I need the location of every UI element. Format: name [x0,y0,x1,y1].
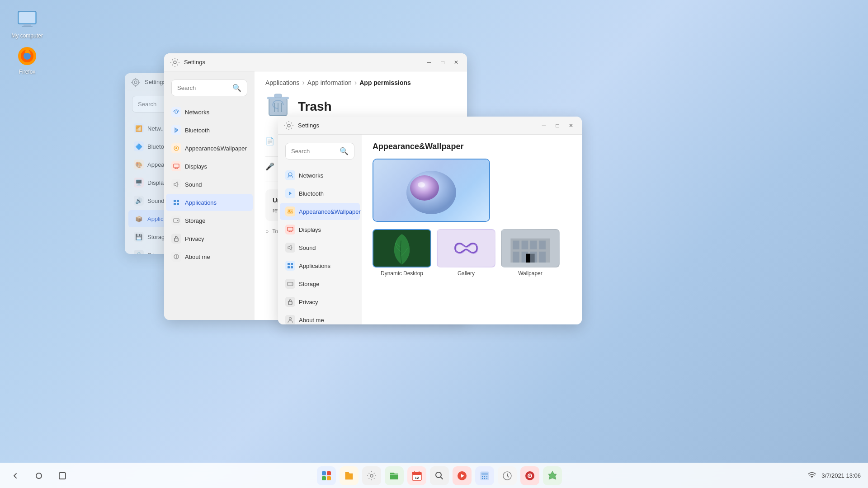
front-sidebar-privacy[interactable]: Privacy [280,293,360,310]
win-mid-minimize[interactable]: ─ [424,57,434,68]
svg-rect-2 [24,24,31,26]
win-mid-search-box[interactable]: 🔍 [171,80,247,96]
networks-icon: 📶 [134,123,144,133]
wallpaper-bg-thumb[interactable] [501,229,560,267]
win-mid-maximize[interactable]: □ [437,57,448,68]
documents-icon: 📄 [265,137,274,145]
dynamic-desktop-thumb[interactable] [373,229,431,267]
my-computer-label: My computer [11,33,42,39]
front-sidebar-appearance[interactable]: Appearance&Wallpaper [280,203,360,220]
front-sidebar-applications[interactable]: Applications [280,257,360,274]
taskbar-music[interactable] [520,466,539,485]
svg-rect-43 [522,241,528,249]
gallery-label: Gallery [458,270,475,277]
taskbar-calendar[interactable]: 12 [407,466,426,485]
desktop-icon-my-computer[interactable]: My computer [9,9,45,39]
taskbar-files[interactable] [340,466,359,485]
front-sidebar-bluetooth[interactable]: Bluetooth [280,185,360,202]
large-preview-inner [373,160,489,221]
sound-label: Sound [147,197,165,204]
front-sidebar-storage[interactable]: Storage [280,275,360,292]
svg-point-75 [529,475,530,476]
front-displays-icon [285,225,295,235]
nav-overview-button[interactable] [54,468,71,484]
win-mid-search-input[interactable] [177,84,230,91]
front-applications-icon [285,261,295,271]
front-about-me-label: About me [299,317,324,324]
taskbar-search[interactable] [430,466,449,485]
svg-point-36 [410,175,439,201]
wallpaper-large-preview[interactable] [373,159,490,222]
firefox-icon [16,45,38,67]
mid-storage-icon [171,216,181,225]
wallpaper-option-gallery[interactable]: Gallery [437,229,495,277]
mid-about-icon [171,252,181,262]
win-front-search-box[interactable]: 🔍 [285,143,354,160]
win-front-minimize[interactable]: ─ [538,120,549,131]
front-appearance-icon [285,206,295,216]
mid-sidebar-bluetooth[interactable]: Bluetooth [166,122,253,139]
svg-point-61 [436,472,441,478]
window-front-titlebar[interactable]: Settings ─ □ ✕ [278,117,582,135]
mid-sidebar-displays[interactable]: Displays [166,158,253,175]
taskbar-photos[interactable] [543,466,562,485]
front-bluetooth-icon [285,188,295,198]
nav-back-button[interactable] [7,468,24,484]
breadcrumb-app-info[interactable]: App information [307,79,352,86]
taskbar-apps-grid[interactable] [317,466,336,485]
front-sidebar-displays[interactable]: Displays [280,221,360,238]
sound-icon: 🔊 [134,196,144,206]
window-front-title: Settings [298,122,538,129]
nav-home-button[interactable] [31,468,47,484]
taskbar-file-manager[interactable] [385,466,404,485]
win-mid-close[interactable]: ✕ [451,57,462,68]
taskbar-clock[interactable] [498,466,517,485]
appearance-main: Appearance&Wallpaper [362,135,582,324]
svg-rect-14 [177,203,179,205]
front-storage-label: Storage [299,281,320,287]
mid-sidebar-networks[interactable]: Networks [166,103,253,121]
svg-point-23 [288,124,290,127]
desktop-icon-firefox[interactable]: Firefox [9,45,45,75]
storage-icon: 💾 [134,232,144,242]
svg-point-32 [292,284,292,285]
breadcrumb-applications[interactable]: Applications [265,79,300,86]
svg-point-67 [484,476,485,477]
mid-sidebar-privacy[interactable]: Privacy [166,230,253,247]
svg-rect-52 [59,473,66,479]
mid-sidebar-appearance[interactable]: Appearance&Wallpaper [166,140,253,157]
mid-privacy-icon [171,234,181,244]
gallery-thumb[interactable] [437,229,495,267]
mid-sidebar-sound[interactable]: Sound [166,176,253,193]
win-mid-search-icon: 🔍 [232,84,241,92]
window-mid-controls: ─ □ ✕ [424,57,462,68]
win-front-close[interactable]: ✕ [566,120,576,131]
taskbar-calculator[interactable] [475,466,494,485]
svg-point-68 [486,476,487,477]
window-mid-titlebar[interactable]: Settings ─ □ ✕ [164,53,467,71]
win-front-search-input[interactable] [291,148,337,155]
front-sidebar-about-me[interactable]: About me [280,311,360,324]
wallpaper-option-dynamic[interactable]: Dynamic Desktop [373,229,431,277]
mid-appearance-label: Appearance&Wallpaper [185,145,247,152]
breadcrumb-sep-1: › [302,79,305,87]
wallpaper-label: Wallpaper [518,270,542,277]
taskbar-settings[interactable] [362,466,381,485]
wallpaper-option-wallpaper[interactable]: Wallpaper [501,229,560,277]
taskbar-media[interactable] [453,466,472,485]
svg-rect-54 [327,471,331,475]
svg-point-76 [811,477,812,478]
computer-icon [16,9,38,31]
front-sidebar-sound[interactable]: Sound [280,239,360,256]
mid-sidebar-applications[interactable]: Applications [166,194,253,211]
front-sound-label: Sound [299,244,316,251]
mid-sidebar-about[interactable]: About me [166,248,253,265]
svg-rect-28 [291,263,293,265]
mid-sidebar-storage[interactable]: Storage [166,212,253,229]
bluetooth-icon: 🔷 [134,141,144,151]
mid-bluetooth-icon [171,125,181,135]
svg-rect-33 [288,301,292,305]
front-sidebar-networks[interactable]: Networks [280,167,360,184]
win-front-maximize[interactable]: □ [552,120,563,131]
front-privacy-icon [285,297,295,307]
